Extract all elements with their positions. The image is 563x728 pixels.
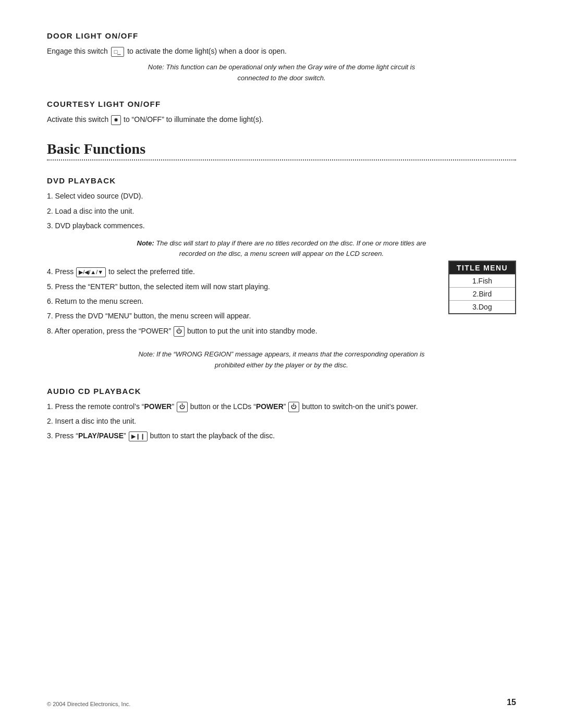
title-menu-item-1: 1.Fish (449, 274, 515, 287)
basic-functions-heading-block: Basic Functions (47, 141, 516, 161)
dvd-note-2-text: Note: If the “WRONG REGION” message appe… (138, 350, 424, 369)
dvd-steps-1-3: 1. Select video source (DVD). 2. Load a … (47, 190, 516, 231)
courtesy-light-text-before: Activate this switch (47, 115, 108, 124)
door-light-text-before: Engage this switch (47, 47, 108, 55)
dvd-step-5: 5. Press the “ENTER” button, the selecte… (47, 281, 516, 292)
title-menu-header: TITLE MENU (449, 262, 515, 274)
dvd-note-2: Note: If the “WRONG REGION” message appe… (136, 349, 427, 371)
dvd-step-3: 3. DVD playback commences. (47, 220, 516, 231)
dvd-step-4: 4. Press ▶/◀/▲/▼ to select the preferred… (47, 266, 516, 277)
section-divider (47, 159, 516, 161)
audio-cd-playpause-bold: PLAY/PAUSE (78, 431, 124, 440)
audio-cd-step-2: 2. Insert a disc into the unit. (47, 415, 516, 427)
courtesy-light-icon: ✸ (111, 115, 121, 125)
dvd-steps-4-8: 4. Press ▶/◀/▲/▼ to select the preferred… (47, 266, 516, 337)
power-icon-step8: ⏻ (174, 326, 185, 336)
audio-cd-step1-mid2: button or the LCDs “ (190, 402, 256, 411)
dvd-steps-4-8-block: TITLE MENU 1.Fish 2.Bird 3.Dog 4. Press … (47, 266, 516, 343)
dvd-step-4-before: 4. Press (47, 267, 74, 276)
audio-cd-step3-mid: ” (124, 431, 126, 440)
audio-cd-power-bold2: POWER (256, 402, 284, 411)
basic-functions-heading: Basic Functions (47, 141, 516, 157)
audio-cd-step1-mid3: ” (284, 402, 286, 411)
dvd-playback-section: DVD PLAYBACK 1. Select video source (DVD… (47, 176, 516, 371)
courtesy-light-section: COURTESY LIGHT ON/OFF Activate this swit… (47, 100, 516, 125)
dvd-step-8-after: button to put the unit into standby mode… (187, 327, 317, 335)
dvd-note-1: Note: The disc will start to play if the… (136, 238, 427, 260)
dvd-step-8: 8. After operation, press the “POWER” ⏻ … (47, 325, 516, 337)
audio-cd-step1-mid: ” (172, 402, 174, 411)
courtesy-light-text: Activate this switch ✸ to “ON/OFF” to il… (47, 114, 516, 125)
dvd-note-1-text: The disc will start to play if there are… (156, 239, 426, 258)
audio-cd-steps: 1. Press the remote control’s “POWER” ⏻ … (47, 401, 516, 442)
audio-cd-power-bold1: POWER (144, 402, 172, 411)
courtesy-light-title: COURTESY LIGHT ON/OFF (47, 100, 516, 108)
audio-cd-step1-before: 1. Press the remote control’s “ (47, 402, 144, 411)
power-icon-audio-2: ⏻ (288, 402, 299, 412)
title-menu-box: TITLE MENU 1.Fish 2.Bird 3.Dog (448, 261, 516, 314)
dvd-note-1-label: Note: (137, 239, 154, 247)
door-light-text-after: to activate the dome light(s) when a doo… (127, 47, 287, 55)
door-light-note: Note: This function can be operational o… (146, 62, 417, 84)
audio-cd-title: AUDIO CD PLAYBACK (47, 387, 516, 396)
audio-cd-step1-after: button to switch-on the unit’s power. (302, 402, 418, 411)
door-light-section: DOOR LIGHT ON/OFF Engage this switch □⎯ … (47, 31, 516, 84)
audio-cd-step-3: 3. Press “PLAY/PAUSE” ▶❙❙ button to star… (47, 430, 516, 441)
dvd-step-8-before: 8. After operation, press the “POWER” (47, 327, 171, 335)
dvd-step-6: 6. Return to the menu screen. (47, 295, 516, 307)
page-number: 15 (507, 698, 516, 707)
audio-cd-step-1: 1. Press the remote control’s “POWER” ⏻ … (47, 401, 516, 412)
door-light-text: Engage this switch □⎯ to activate the do… (47, 45, 516, 57)
dvd-arrows-icon: ▶/◀/▲/▼ (76, 267, 106, 277)
title-menu-item-3: 3.Dog (449, 300, 515, 313)
courtesy-light-text-after: to “ON/OFF” to illuminate the dome light… (124, 115, 263, 124)
dvd-step-2: 2. Load a disc into the unit. (47, 205, 516, 217)
audio-cd-section: AUDIO CD PLAYBACK 1. Press the remote co… (47, 387, 516, 442)
power-icon-audio-1: ⏻ (177, 402, 188, 412)
audio-cd-step3-before: 3. Press “ (47, 431, 78, 440)
play-pause-icon: ▶❙❙ (129, 431, 148, 441)
page-footer: © 2004 Directed Electronics, Inc. 15 (47, 698, 516, 707)
door-light-title: DOOR LIGHT ON/OFF (47, 31, 516, 40)
title-menu-item-2: 2.Bird (449, 287, 515, 300)
copyright-text: © 2004 Directed Electronics, Inc. (47, 701, 130, 707)
dvd-step-1: 1. Select video source (DVD). (47, 190, 516, 202)
dvd-step-7: 7. Press the DVD “MENU” button, the menu… (47, 310, 516, 322)
dvd-step-4-after: to select the preferred title. (108, 267, 195, 276)
door-light-icon: □⎯ (111, 47, 125, 57)
dvd-playback-title: DVD PLAYBACK (47, 176, 516, 185)
audio-cd-step3-after: button to start the playback of the disc… (150, 431, 275, 440)
